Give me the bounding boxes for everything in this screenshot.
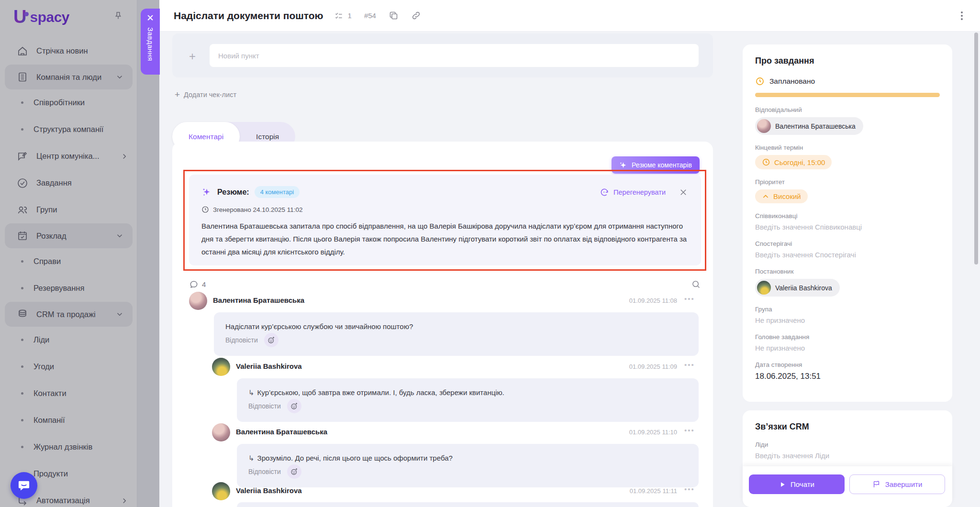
leads-input[interactable]: Введіть значення Ліди <box>755 452 940 460</box>
plus-icon: + <box>189 50 196 63</box>
modal-dim-overlay[interactable] <box>0 0 159 507</box>
comment-text: Зрозуміло. До речі, після цього ще щось … <box>257 454 453 462</box>
deadline-value: Сьогодні, 15:00 <box>774 158 825 166</box>
reply-button[interactable]: Відповісти <box>248 402 281 410</box>
annotation-highlight-box <box>183 170 706 271</box>
close-icon[interactable]: ✕ <box>146 13 154 22</box>
add-reaction-icon[interactable] <box>287 399 301 413</box>
avatar[interactable] <box>189 292 207 310</box>
comment-bubble: ↳Зрозуміло. До речі, після цього ще щось… <box>237 444 699 487</box>
comment-author[interactable]: Валентина Браташевська <box>213 296 304 304</box>
task-author-chip[interactable]: Valeriia Bashkirova <box>755 279 840 297</box>
comment-author[interactable]: Valeriia Bashkirova <box>236 362 302 370</box>
new-checklist-item-input[interactable] <box>210 44 699 67</box>
field-label: Група <box>755 306 940 313</box>
comment-text: Кур’єрською, щоб завтра вже отримали. І,… <box>257 388 504 397</box>
task-title[interactable]: Надіслати документи поштою <box>174 10 323 22</box>
checklist-count: 1 <box>348 11 352 20</box>
avatar[interactable] <box>212 358 230 376</box>
field-label: Співвиконавці <box>755 212 940 220</box>
task-meta: 1 #54 <box>334 11 421 21</box>
more-menu-icon[interactable] <box>958 9 966 23</box>
task-number: #54 <box>364 11 376 20</box>
clock-icon <box>762 158 770 166</box>
window-scrollbar[interactable] <box>974 33 978 265</box>
reply-button[interactable]: Відповісти <box>225 336 258 344</box>
comments-card: Резюме коментарів Резюме: 4 коментарі Пе… <box>172 142 713 507</box>
comment-timestamp: 01.09.2025 11:08 <box>612 297 677 304</box>
summarize-button-label: Резюме коментарів <box>632 161 692 169</box>
start-button-label: Почати <box>791 480 814 488</box>
deadline-chip[interactable]: Сьогодні, 15:00 <box>755 155 832 169</box>
reply-button[interactable]: Відповісти <box>248 468 281 475</box>
comment-text: Надіслати кур’єрською службою чи звичайн… <box>225 322 413 331</box>
field-label: Головне завдання <box>755 333 940 341</box>
field-label: Спостерігачі <box>755 240 940 247</box>
comment-author[interactable]: Valeriia Bashkirova <box>236 486 302 495</box>
about-task-card: Про завдання Заплановано Відповідальний … <box>743 44 952 402</box>
slideover-tab-label: Завдання <box>146 27 155 61</box>
avatar[interactable] <box>212 482 230 500</box>
checklist-icon <box>334 11 344 21</box>
flag-icon <box>872 480 880 488</box>
field-label: Кінцевий термін <box>755 144 940 151</box>
group-value[interactable]: Не призначено <box>755 316 940 324</box>
comment-menu-icon[interactable]: ••• <box>684 426 695 434</box>
task-slideover-tab[interactable]: ✕ Завдання <box>141 9 160 75</box>
comment-menu-icon[interactable]: ••• <box>684 361 695 369</box>
reply-arrow-icon: ↳ <box>248 388 255 397</box>
task-action-bar: Почати Завершити <box>743 466 952 507</box>
comment-bubble <box>237 502 699 507</box>
responsible-name: Валентина Браташевська <box>775 122 856 130</box>
play-icon <box>779 481 786 488</box>
comment-menu-icon[interactable]: ••• <box>684 485 695 493</box>
add-reaction-icon[interactable] <box>287 464 301 479</box>
comment-bubble: ↳Кур’єрською, щоб завтра вже отримали. І… <box>237 378 699 422</box>
coexecutors-input[interactable]: Введіть значення Співвиконавці <box>755 223 940 231</box>
about-task-title: Про завдання <box>755 56 940 66</box>
chevron-up-icon <box>762 193 769 200</box>
comment-timestamp: 01.09.2025 11:09 <box>612 363 677 370</box>
comments-toolbar: 4 <box>189 279 701 289</box>
comment-timestamp: 01.09.2025 11:11 <box>612 487 677 495</box>
status-label[interactable]: Заплановано <box>769 77 815 86</box>
task-header: Надіслати документи поштою 1 #54 <box>159 0 980 32</box>
priority-value: Високий <box>773 192 801 200</box>
plus-icon: + <box>175 90 180 99</box>
comment-bubble-icon <box>189 280 199 289</box>
avatar[interactable] <box>212 423 230 441</box>
comment-bubble: Надіслати кур’єрською службою чи звичайн… <box>214 312 699 356</box>
priority-chip[interactable]: Високий <box>755 189 808 203</box>
comment-menu-icon[interactable]: ••• <box>684 295 695 303</box>
field-label: Ліди <box>755 441 940 448</box>
main-task-value[interactable]: Не призначено <box>755 344 940 352</box>
task-author-name: Valeriia Bashkirova <box>775 284 832 292</box>
add-reaction-icon[interactable] <box>264 333 278 347</box>
start-task-button[interactable]: Почати <box>749 474 845 494</box>
reply-arrow-icon: ↳ <box>248 454 255 462</box>
field-label: Постановник <box>755 268 940 275</box>
finish-button-label: Завершити <box>885 480 923 488</box>
add-checklist-button[interactable]: + Додати чек-лист <box>175 90 236 99</box>
status-progress-bar <box>755 93 940 97</box>
responsible-person-chip[interactable]: Валентина Браташевська <box>755 117 863 135</box>
comment-timestamp: 01.09.2025 11:10 <box>612 429 677 436</box>
avatar <box>757 281 771 295</box>
observers-input[interactable]: Введіть значення Спостерігачі <box>755 251 940 259</box>
support-chat-button[interactable] <box>11 472 37 499</box>
avatar <box>757 119 771 133</box>
add-checklist-label: Додати чек-лист <box>184 91 236 99</box>
field-label: Пріоритет <box>755 178 940 186</box>
created-date-value: 18.06.2025, 13:51 <box>755 372 940 381</box>
search-icon[interactable] <box>691 279 701 289</box>
link-icon[interactable] <box>411 11 421 21</box>
finish-task-button[interactable]: Завершити <box>849 474 945 494</box>
status-clock-icon <box>755 77 765 86</box>
copy-icon[interactable] <box>389 11 399 21</box>
comment-author[interactable]: Валентина Браташевська <box>236 428 327 436</box>
comments-count: 4 <box>202 280 206 288</box>
crm-links-title: Зв’язки CRM <box>755 422 940 432</box>
field-label: Відповідальний <box>755 106 940 113</box>
field-label: Дата створення <box>755 361 940 368</box>
